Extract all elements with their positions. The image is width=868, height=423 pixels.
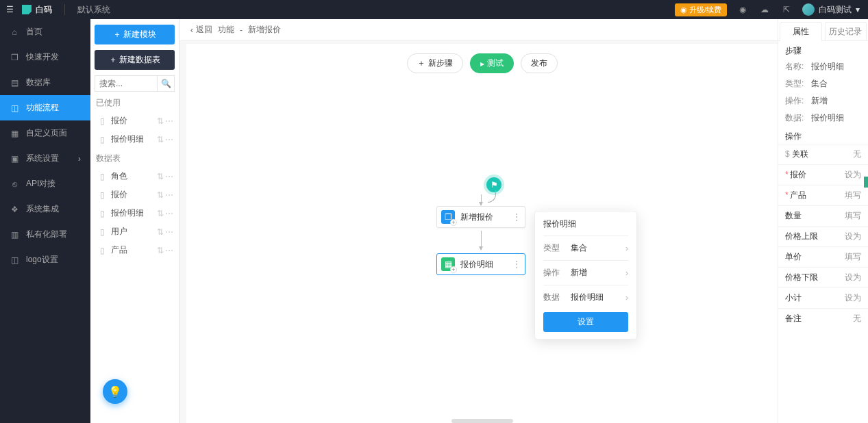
nav-deploy[interactable]: ▥私有化部署 — [0, 222, 90, 247]
more-icon[interactable]: ⋯ — [165, 172, 173, 181]
list-item[interactable]: ▯报价明细⇅⋯ — [90, 130, 179, 149]
node-list-icon: ▦+ — [441, 257, 455, 271]
nav-database[interactable]: ▤数据库 — [0, 70, 90, 95]
play-preview-icon[interactable]: ◉ — [736, 3, 749, 16]
nav-settings[interactable]: ▣系统设置› — [0, 146, 90, 171]
more-icon[interactable]: ⋯ — [165, 209, 173, 218]
op-row[interactable]: 产品填写 — [778, 185, 868, 205]
op-label: 关联 — [785, 149, 808, 160]
list-item[interactable]: ▯报价⇅⋯ — [90, 185, 179, 204]
list-item-label: 产品 — [111, 244, 127, 256]
op-row[interactable]: 价格下限设为 — [778, 267, 868, 287]
horizontal-scrollbar[interactable] — [451, 419, 513, 423]
op-row[interactable]: 关联无 — [778, 144, 868, 164]
help-fab[interactable]: 💡 — [103, 379, 127, 404]
more-icon[interactable]: ⋯ — [165, 246, 173, 255]
sort-icon[interactable]: ⇅ — [157, 246, 164, 255]
op-row[interactable]: 备注无 — [778, 308, 868, 329]
sort-icon[interactable]: ⇅ — [157, 209, 164, 218]
document-icon: ▯ — [100, 227, 107, 237]
test-button[interactable]: ▸测试 — [470, 53, 514, 73]
list-item[interactable]: ▯报价明细⇅⋯ — [90, 204, 179, 222]
node-config-popover: 报价明细 类型 集合 › 操作 新增 › 数据 报价明细 › 设置 — [534, 211, 637, 339]
brand-logo[interactable]: 白码 — [22, 4, 52, 16]
export-icon[interactable]: ⇱ — [780, 3, 793, 16]
chevron-down-icon: ▾ — [856, 5, 860, 14]
right-panel: 属性 历史记录 步骤 名称:报价明细 类型:集合 操作:新增 数据:报价明细 操… — [778, 19, 868, 423]
more-icon[interactable]: ⋯ — [165, 135, 173, 144]
list-item-label: 报价 — [111, 115, 127, 127]
publish-button[interactable]: 发布 — [521, 53, 558, 73]
nav-custom-page[interactable]: ▦自定义页面 — [0, 120, 90, 146]
nav-logo[interactable]: ◫logo设置 — [0, 247, 90, 272]
new-module-button[interactable]: ＋ 新建模块 — [95, 25, 175, 44]
new-table-button[interactable]: ＋ 新建数据表 — [95, 50, 175, 70]
ops-section-title: 操作 — [778, 127, 868, 144]
popover-set-button[interactable]: 设置 — [543, 312, 628, 332]
sort-icon[interactable]: ⇅ — [157, 172, 164, 181]
canvas-wrap: ＋新步骤 ▸测试 发布 ⚑ ❒+ 新增报价 ⋮ ▦+ 报价明细 ⋮ 报价明细 类… — [179, 41, 778, 423]
list-item-label: 报价明细 — [111, 133, 144, 145]
op-value: 填写 — [845, 251, 861, 263]
nav-quickdev[interactable]: ❒快速开发 — [0, 44, 90, 70]
tab-attributes[interactable]: 属性 — [780, 22, 822, 41]
system-name[interactable]: 默认系统 — [77, 4, 110, 16]
user-menu[interactable]: 白码测试 ▾ — [802, 3, 860, 16]
document-icon: ▯ — [100, 172, 107, 181]
op-value: 设为 — [845, 292, 861, 304]
canvas[interactable]: ＋新步骤 ▸测试 发布 ⚑ ❒+ 新增报价 ⋮ ▦+ 报价明细 ⋮ 报价明细 类… — [186, 44, 778, 423]
brand-name: 白码 — [36, 4, 52, 16]
popover-row-op[interactable]: 操作 新增 › — [543, 262, 628, 283]
sort-icon[interactable]: ⇅ — [157, 190, 164, 200]
list-item[interactable]: ▯报价⇅⋯ — [90, 112, 179, 130]
chevron-right-icon: › — [625, 293, 628, 303]
op-value: 设为 — [845, 169, 861, 181]
node-more-icon[interactable]: ⋮ — [512, 212, 521, 222]
nav-home[interactable]: ⌂首页 — [0, 19, 90, 44]
op-row[interactable]: 价格上限设为 — [778, 226, 868, 246]
side-indicator[interactable] — [864, 177, 868, 188]
nav-integration[interactable]: ❖系统集成 — [0, 196, 90, 222]
page-icon: ▦ — [10, 129, 19, 138]
chevron-left-icon: ‹ — [190, 25, 193, 35]
tab-history[interactable]: 历史记录 — [825, 22, 867, 40]
more-icon[interactable]: ⋯ — [165, 190, 173, 200]
more-icon[interactable]: ⋯ — [165, 116, 173, 126]
flow-icon: ◫ — [10, 103, 19, 113]
popover-row-data[interactable]: 数据 报价明细 › — [543, 287, 628, 308]
document-icon: ▯ — [100, 209, 107, 218]
popover-row-type[interactable]: 类型 集合 › — [543, 238, 628, 259]
op-row[interactable]: 单价填写 — [778, 246, 868, 267]
menu-toggle-icon[interactable]: ☰ — [0, 5, 19, 14]
flow-node-add-quote[interactable]: ❒+ 新增报价 ⋮ — [436, 206, 525, 228]
upgrade-label: 升级/续费 — [689, 5, 721, 15]
op-row[interactable]: 数量填写 — [778, 205, 868, 226]
topbar: ☰ 白码 默认系统 ◉升级/续费 ◉ ☁ ⇱ 白码测试 ▾ — [0, 0, 868, 19]
plus-badge-icon: + — [450, 219, 457, 226]
more-icon[interactable]: ⋯ — [165, 227, 173, 237]
flow-node-quote-detail[interactable]: ▦+ 报价明细 ⋮ — [436, 253, 525, 275]
list-item[interactable]: ▯产品⇅⋯ — [90, 241, 179, 259]
sort-icon[interactable]: ⇅ — [157, 227, 164, 237]
nav-api[interactable]: ⎋API对接 — [0, 171, 90, 196]
op-value: 设为 — [845, 231, 861, 242]
group-tables-title: 数据表 — [90, 149, 179, 167]
new-step-button[interactable]: ＋新步骤 — [407, 53, 463, 73]
cloud-icon[interactable]: ☁ — [758, 3, 771, 16]
node-more-icon[interactable]: ⋮ — [512, 259, 521, 269]
chevron-right-icon: › — [78, 154, 81, 164]
op-row[interactable]: 小计设为 — [778, 287, 868, 308]
search-icon[interactable]: 🔍 — [157, 75, 175, 92]
op-row[interactable]: 报价设为 — [778, 164, 868, 185]
lightbulb-icon: 💡 — [108, 385, 122, 398]
list-item[interactable]: ▯角色⇅⋯ — [90, 167, 179, 185]
back-button[interactable]: ‹返回 — [190, 24, 212, 36]
sort-icon[interactable]: ⇅ — [157, 116, 164, 126]
cube-icon: ❒ — [10, 53, 19, 62]
sort-icon[interactable]: ⇅ — [157, 135, 164, 144]
crumb-name: 新增报价 — [248, 24, 281, 36]
upgrade-button[interactable]: ◉升级/续费 — [675, 3, 727, 16]
nav-flow[interactable]: ◫功能流程 — [0, 95, 90, 120]
list-item[interactable]: ▯用户⇅⋯ — [90, 222, 179, 241]
search-input[interactable] — [95, 75, 157, 92]
